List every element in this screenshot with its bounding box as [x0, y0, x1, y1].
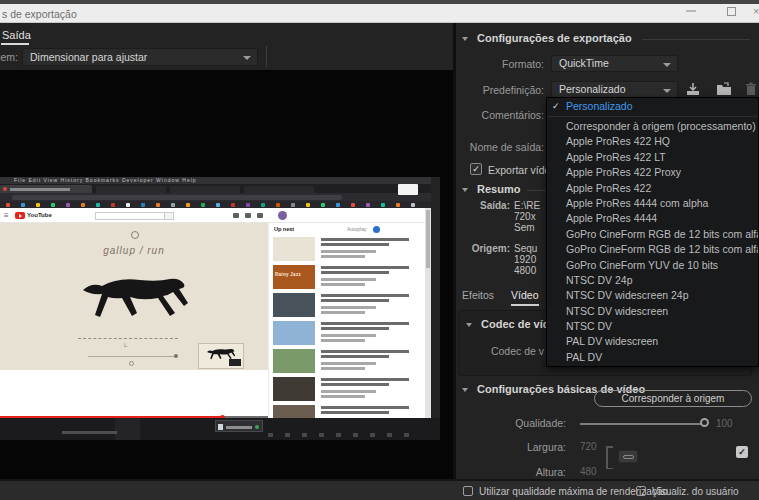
maximize-icon[interactable]: [727, 7, 736, 16]
video-thumbnail: [273, 377, 315, 401]
preset-menu-item[interactable]: GoPro CineForm RGB de 12 bits com alfa: [547, 242, 758, 257]
preset-menu-item[interactable]: Apple ProRes 4444 com alpha: [547, 196, 758, 211]
text-skeleton-bar: [321, 339, 365, 342]
comments-label: Comentários:: [456, 109, 544, 121]
preset-menu-item[interactable]: Corresponder à origem (processamento): [547, 119, 758, 134]
tab-vídeo[interactable]: Vídeo: [511, 289, 538, 301]
browser-tab: [96, 186, 166, 193]
size-checkbox[interactable]: ✓: [736, 446, 748, 458]
suggested-video-item[interactable]: [273, 293, 423, 319]
tab-efeitos[interactable]: Efeitos: [462, 289, 494, 301]
suggested-video-item[interactable]: [273, 237, 423, 263]
match-source-button[interactable]: Corresponder à origem: [594, 390, 752, 407]
preset-menu-item-selected[interactable]: ✓ Personalizado: [547, 98, 758, 115]
quality-slider-handle[interactable]: [700, 418, 709, 427]
taskbar-icon: [302, 433, 307, 437]
loop-icon: [129, 361, 134, 366]
animation-slider: [88, 356, 176, 357]
url-field: [12, 195, 342, 200]
divider: [642, 39, 750, 40]
preset-menu-item[interactable]: PAL DV widescreen: [547, 334, 758, 349]
text-skeleton-bar: [321, 362, 376, 365]
quality-slider-track[interactable]: [580, 423, 702, 425]
preset-menu-item[interactable]: NTSC DV widescreen 24p: [547, 288, 758, 303]
bookmark-favicon: [291, 203, 295, 207]
bookmark-favicon: [51, 203, 55, 207]
format-label: Formato:: [456, 58, 544, 70]
preset-dropdown-menu: ✓ Personalizado Corresponder à origem (p…: [546, 97, 759, 367]
summary-source-lines: Sequ 1920 4800: [514, 243, 537, 276]
preset-menu-item[interactable]: NTSC DV widescreen: [547, 304, 758, 319]
suggested-video-item[interactable]: [273, 349, 423, 375]
suggested-video-item[interactable]: [273, 377, 423, 403]
video-preview-frame[interactable]: File Edit View History Bookmarks Develop…: [0, 177, 440, 440]
bookmark-favicon: [81, 203, 85, 207]
taskbar-icon: [319, 433, 324, 437]
import-preset-icon[interactable]: [716, 82, 732, 96]
source-scaling-select[interactable]: Dimensionar para ajustar: [22, 48, 258, 66]
video-caption: gallup / run: [0, 245, 268, 256]
thumbnail-text: Rainy Jazz: [275, 272, 301, 277]
bookmark-favicon: [411, 203, 415, 207]
text-skeleton-bar: [321, 283, 365, 286]
preset-value: Personalizado: [559, 83, 626, 95]
preset-menu-item[interactable]: NTSC DV: [547, 319, 758, 334]
youtube-logo-icon: [15, 212, 25, 219]
browser-tab-active: [0, 185, 92, 193]
preset-menu-item[interactable]: Apple ProRes 422 Proxy: [547, 165, 758, 180]
tab-saida[interactable]: Saída: [2, 29, 31, 41]
text-skeleton-bar: [321, 238, 409, 241]
chevron-down-icon: [663, 63, 671, 67]
text-skeleton-bar: [321, 406, 409, 409]
text-skeleton-bar: [321, 383, 389, 386]
preset-menu-item[interactable]: NTSC DV 24p: [547, 273, 758, 288]
delete-preset-icon[interactable]: [745, 82, 757, 96]
preset-menu-item[interactable]: Apple ProRes 422 LT: [547, 150, 758, 165]
bookmark-favicon: [216, 203, 220, 207]
height-value: 480: [580, 466, 597, 477]
text-skeleton-bar: [321, 311, 365, 314]
text-skeleton-bar: [321, 411, 389, 414]
max-render-quality-checkbox[interactable]: [463, 486, 473, 496]
video-thumbnail: Rainy Jazz: [273, 265, 315, 289]
preset-menu-item[interactable]: GoPro CineForm YUV de 10 bits: [547, 258, 758, 273]
suggested-video-item[interactable]: [273, 321, 423, 347]
youtube-header: ≡ YouTube: [0, 208, 425, 223]
browser-tabbar: [0, 184, 440, 193]
bookmark-favicon: [141, 203, 145, 207]
bookmark-favicon: [306, 203, 310, 207]
link-dimensions-toggle[interactable]: [618, 450, 638, 463]
preset-menu-item[interactable]: GoPro CineForm RGB de 12 bits com alfa n…: [547, 227, 758, 242]
preset-menu-item[interactable]: Apple ProRes 4444: [547, 211, 758, 226]
text-skeleton-bar: [321, 350, 409, 353]
preset-menu-item[interactable]: Apple ProRes 422 HQ: [547, 134, 758, 149]
format-select[interactable]: QuickTime: [551, 55, 678, 72]
chevron-down-icon: [663, 89, 671, 93]
close-icon[interactable]: ×: [753, 5, 759, 17]
save-preset-icon[interactable]: [686, 82, 700, 96]
taskbar-icon: [387, 433, 392, 437]
summary-source-label: Origem:: [456, 243, 510, 254]
bookmark-favicon: [246, 203, 250, 207]
export-video-checkbox[interactable]: ✓: [470, 163, 482, 175]
text-skeleton-bar: [321, 250, 376, 253]
preset-menu-item[interactable]: Apple ProRes 422: [547, 181, 758, 196]
slider-handle: [174, 354, 178, 358]
autoplay-toggle[interactable]: [373, 226, 380, 233]
preset-select[interactable]: Personalizado: [551, 81, 678, 98]
youtube-search-input: [95, 212, 165, 220]
user-preview-label: Visualiz. do usuário: [652, 486, 739, 497]
text-skeleton-bar: [321, 266, 409, 269]
preset-menu-item[interactable]: PAL DV: [547, 350, 758, 365]
bookmark-favicon: [156, 203, 160, 207]
youtube-player: gallup / run L: [0, 223, 268, 370]
scrollbar-thumb[interactable]: [426, 210, 430, 268]
bookmark-favicon: [321, 203, 325, 207]
suggested-video-item[interactable]: Rainy Jazz: [273, 265, 423, 291]
text-skeleton-bar: [321, 390, 376, 393]
text-skeleton-bar: [321, 294, 409, 297]
minimize-icon[interactable]: [686, 10, 696, 12]
quality-label: Qualidade:: [456, 417, 566, 429]
user-preview-checkbox[interactable]: [636, 486, 646, 496]
tooltip-text-bar: [226, 426, 252, 429]
